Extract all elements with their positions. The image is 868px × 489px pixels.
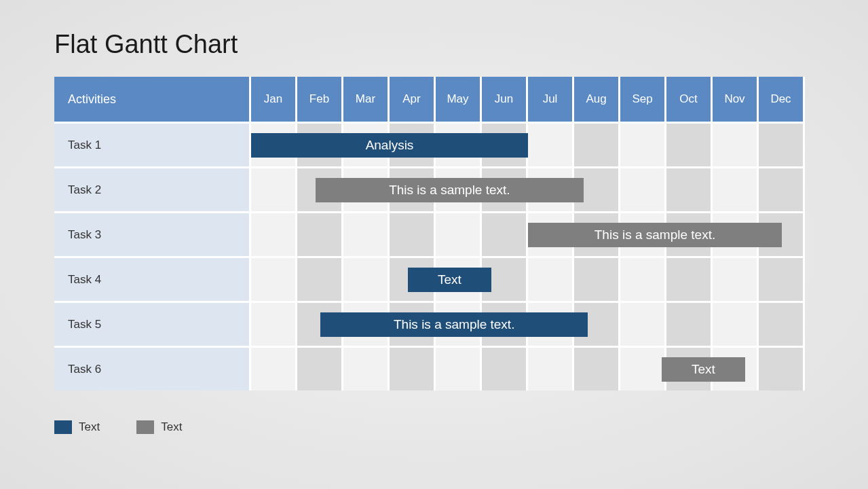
gantt-cell bbox=[620, 166, 666, 211]
legend-swatch-blue bbox=[54, 420, 72, 434]
gantt-cell bbox=[251, 301, 297, 346]
header-month: Mar bbox=[343, 77, 390, 122]
gantt-cell bbox=[297, 346, 343, 391]
gantt-cell bbox=[620, 256, 666, 301]
header-month: Jun bbox=[482, 77, 528, 122]
legend-swatch-gray bbox=[136, 420, 154, 434]
task-row-label: Task 2 bbox=[54, 166, 251, 211]
gantt-cell bbox=[251, 211, 297, 256]
gantt-cell bbox=[666, 256, 713, 301]
gantt-bar[interactable]: Text bbox=[408, 268, 491, 292]
gantt-cell bbox=[436, 211, 482, 256]
header-month: Jan bbox=[251, 77, 297, 122]
gantt-cell bbox=[713, 166, 759, 211]
header-month: Jul bbox=[528, 77, 574, 122]
gantt-cell bbox=[759, 346, 805, 391]
gantt-cell bbox=[620, 122, 666, 166]
legend-item-blue: Text bbox=[54, 420, 100, 434]
header-month: Feb bbox=[297, 77, 343, 122]
gantt-cell bbox=[713, 256, 759, 301]
gantt-cell bbox=[528, 256, 574, 301]
gantt-cell bbox=[620, 301, 666, 346]
gantt-cell bbox=[343, 346, 390, 391]
gantt-cell bbox=[759, 122, 805, 166]
gantt-cell bbox=[297, 211, 343, 256]
task-row-label: Task 4 bbox=[54, 256, 251, 301]
header-month: Oct bbox=[666, 77, 713, 122]
header-month: Aug bbox=[574, 77, 620, 122]
gantt-cell bbox=[390, 211, 436, 256]
task-row-label: Task 1 bbox=[54, 122, 251, 166]
gantt-cell bbox=[251, 256, 297, 301]
gantt-bar[interactable]: This is a sample text. bbox=[528, 223, 782, 247]
gantt-bar[interactable]: This is a sample text. bbox=[316, 178, 583, 202]
gantt-cell bbox=[574, 256, 620, 301]
legend-label: Text bbox=[79, 420, 100, 434]
gantt-cell bbox=[343, 256, 390, 301]
gantt-cell bbox=[666, 122, 713, 166]
gantt-cell bbox=[713, 122, 759, 166]
gantt-cell bbox=[251, 346, 297, 391]
legend: Text Text bbox=[54, 420, 814, 434]
gantt-cell bbox=[620, 346, 666, 391]
gantt-cell bbox=[713, 301, 759, 346]
legend-item-gray: Text bbox=[136, 420, 182, 434]
gantt-cell bbox=[528, 346, 574, 391]
header-month: Apr bbox=[390, 77, 436, 122]
gantt-cell bbox=[251, 166, 297, 211]
gantt-cell bbox=[528, 122, 574, 166]
task-row-label: Task 3 bbox=[54, 211, 251, 256]
gantt-bar[interactable]: Analysis bbox=[251, 133, 528, 158]
gantt-bar[interactable]: This is a sample text. bbox=[320, 312, 588, 337]
gantt-bar[interactable]: Text bbox=[662, 357, 744, 382]
header-month: Sep bbox=[620, 77, 666, 122]
gantt-cell bbox=[759, 256, 805, 301]
gantt-cell bbox=[574, 346, 620, 391]
gantt-cell bbox=[666, 166, 713, 211]
task-row-label: Task 6 bbox=[54, 346, 251, 391]
gantt-cell bbox=[666, 301, 713, 346]
header-month: Nov bbox=[713, 77, 759, 122]
task-row-label: Task 5 bbox=[54, 301, 251, 346]
gantt-cell bbox=[343, 211, 390, 256]
gantt-cell bbox=[482, 346, 528, 391]
gantt-cell bbox=[759, 301, 805, 346]
gantt-cell bbox=[436, 346, 482, 391]
header-activities: Activities bbox=[54, 77, 251, 122]
gantt-cell bbox=[574, 122, 620, 166]
gantt-cell bbox=[482, 211, 528, 256]
page-title: Flat Gantt Chart bbox=[54, 30, 814, 59]
gantt-cell bbox=[759, 166, 805, 211]
gantt-chart: Activities JanFebMarAprMayJunJulAugSepOc… bbox=[54, 77, 814, 391]
gantt-cell bbox=[390, 346, 436, 391]
header-month: May bbox=[436, 77, 482, 122]
gantt-cell bbox=[297, 256, 343, 301]
header-month: Dec bbox=[759, 77, 805, 122]
legend-label: Text bbox=[161, 420, 182, 434]
